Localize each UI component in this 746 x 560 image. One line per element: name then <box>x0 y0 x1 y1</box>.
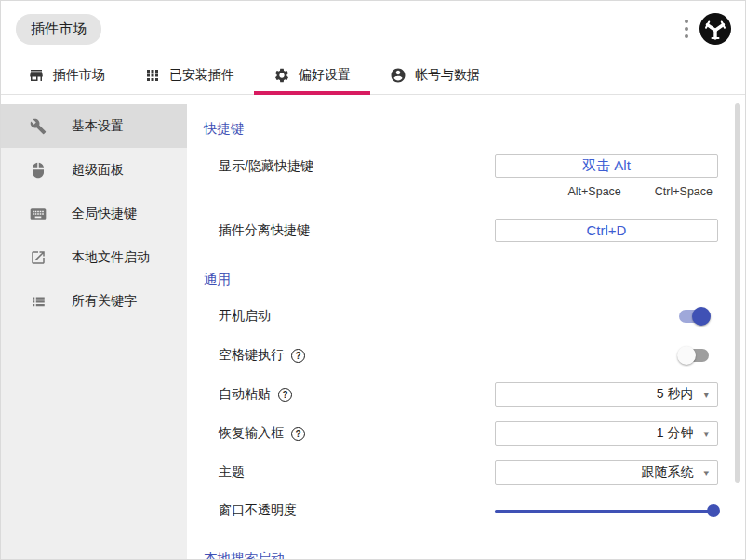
sidebar-item-global-hotkeys[interactable]: 全局快捷键 <box>1 192 187 235</box>
opacity-label: 窗口不透明度 <box>219 502 297 519</box>
theme-value: 跟随系统 <box>641 464 693 481</box>
restore-input-label: 恢复输入框 <box>219 425 284 442</box>
help-icon[interactable]: ? <box>278 388 292 402</box>
tab-plugin-market[interactable]: 插件市场 <box>8 57 125 94</box>
autostart-row: 开机启动 <box>204 307 718 326</box>
opacity-row: 窗口不透明度 <box>204 502 718 519</box>
external-launch-icon <box>29 249 47 266</box>
scrollbar[interactable] <box>735 103 740 550</box>
help-icon[interactable]: ? <box>291 349 305 363</box>
autostart-toggle[interactable] <box>677 307 711 326</box>
hint-ctrl-space: Ctrl+Space <box>655 185 713 198</box>
scrollbar-thumb[interactable] <box>735 103 740 483</box>
slider-thumb[interactable] <box>707 504 720 517</box>
titlebar-actions <box>681 12 732 46</box>
section-title-shortcuts: 快捷键 <box>204 120 718 138</box>
show-hide-hotkey-input[interactable] <box>495 154 718 178</box>
chevron-down-icon: ▾ <box>703 429 709 439</box>
app-window: 插件市场 <box>0 0 746 560</box>
space-exec-toggle[interactable] <box>677 346 711 365</box>
restore-input-value: 1 分钟 <box>657 425 694 442</box>
section-title-local-search: 本地搜索启动 <box>204 550 718 560</box>
help-icon[interactable]: ? <box>291 427 305 441</box>
show-hide-hotkey-hints: Alt+Space Ctrl+Space <box>204 185 713 198</box>
theme-select[interactable]: 跟随系统 ▾ <box>495 460 718 485</box>
sidebar-item-basic-settings[interactable]: 基本设置 <box>1 104 187 148</box>
mouse-icon <box>29 162 47 179</box>
detach-hotkey-row: 插件分离快捷键 <box>204 219 718 242</box>
tab-preferences[interactable]: 偏好设置 <box>254 57 370 94</box>
sidebar: 基本设置 超级面板 全局快捷键 <box>1 95 187 560</box>
theme-row: 主题 跟随系统 ▾ <box>204 460 718 485</box>
more-menu-icon[interactable] <box>681 16 692 42</box>
tab-account-data[interactable]: 帐号与数据 <box>370 57 500 94</box>
tab-installed-plugins[interactable]: 已安装插件 <box>125 57 254 94</box>
detach-hotkey-input[interactable] <box>495 219 718 242</box>
opacity-slider[interactable] <box>495 503 718 518</box>
settings-body: 基本设置 超级面板 全局快捷键 <box>1 95 745 560</box>
chevron-down-icon: ▾ <box>703 468 709 478</box>
sidebar-list: 基本设置 超级面板 全局快捷键 <box>1 104 187 560</box>
auto-paste-value: 5 秒内 <box>657 386 694 403</box>
tab-label: 帐号与数据 <box>415 67 480 84</box>
sidebar-item-all-keywords[interactable]: 所有关键字 <box>1 279 187 323</box>
wrench-icon <box>29 118 47 135</box>
tab-label: 已安装插件 <box>169 67 234 84</box>
page-title-badge: 插件市场 <box>16 14 101 45</box>
detach-hotkey-label: 插件分离快捷键 <box>219 222 310 239</box>
sidebar-item-label: 本地文件启动 <box>72 249 150 266</box>
preferences-panel: 快捷键 显示/隐藏快捷键 Alt+Space Ctrl+Space 插件分离快捷… <box>187 95 745 560</box>
sidebar-item-label: 基本设置 <box>72 118 124 135</box>
sidebar-item-label: 超级面板 <box>72 162 124 179</box>
sidebar-item-label: 所有关键字 <box>72 293 137 310</box>
restore-input-select[interactable]: 1 分钟 ▾ <box>495 421 718 446</box>
sidebar-item-super-panel[interactable]: 超级面板 <box>1 148 187 192</box>
tab-label: 偏好设置 <box>299 67 351 84</box>
tab-bar: 插件市场 已安装插件 偏好设置 帐号与数据 <box>1 57 745 95</box>
titlebar: 插件市场 <box>1 1 745 57</box>
space-exec-label: 空格键执行 <box>219 347 284 364</box>
chevron-down-icon: ▾ <box>703 390 709 400</box>
sidebar-item-local-file-launch[interactable]: 本地文件启动 <box>1 235 187 279</box>
hint-alt-space: Alt+Space <box>567 185 620 198</box>
person-icon <box>390 67 406 84</box>
storefront-icon <box>28 67 45 84</box>
theme-label: 主题 <box>219 464 245 481</box>
apps-grid-icon <box>144 67 161 84</box>
sidebar-item-label: 全局快捷键 <box>72 206 137 222</box>
gear-icon <box>273 67 290 84</box>
auto-paste-row: 自动粘贴 ? 5 秒内 ▾ <box>204 382 718 407</box>
slider-track <box>495 510 716 513</box>
keyboard-icon <box>29 205 47 223</box>
tab-label: 插件市场 <box>53 67 105 84</box>
auto-paste-select[interactable]: 5 秒内 ▾ <box>495 382 718 407</box>
auto-paste-label: 自动粘贴 <box>219 386 271 403</box>
section-title-general: 通用 <box>204 271 718 288</box>
space-exec-row: 空格键执行 ? <box>204 346 718 365</box>
restore-input-row: 恢复输入框 ? 1 分钟 ▾ <box>204 421 718 446</box>
show-hide-hotkey-row: 显示/隐藏快捷键 <box>204 154 718 178</box>
autostart-label: 开机启动 <box>219 308 271 325</box>
list-icon <box>29 293 47 310</box>
app-logo-icon[interactable] <box>699 12 732 46</box>
show-hide-hotkey-label: 显示/隐藏快捷键 <box>219 158 313 175</box>
